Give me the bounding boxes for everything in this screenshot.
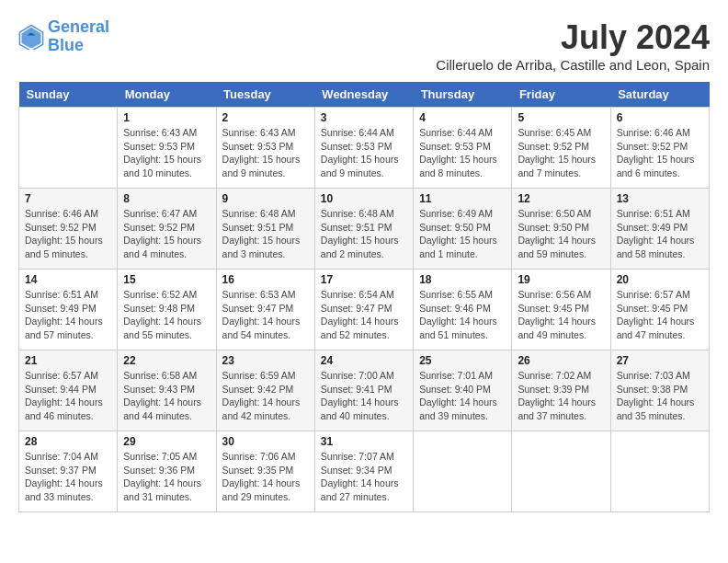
day-info: Sunrise: 7:03 AM Sunset: 9:38 PM Dayligh… [617,369,703,423]
day-info: Sunrise: 6:44 AM Sunset: 9:53 PM Dayligh… [419,126,506,180]
calendar-cell: 13Sunrise: 6:51 AM Sunset: 9:49 PM Dayli… [610,189,709,270]
logo-text: General Blue [48,18,109,55]
day-number: 11 [419,192,506,205]
calendar-cell: 24Sunrise: 7:00 AM Sunset: 9:41 PM Dayli… [314,350,413,431]
day-info: Sunrise: 6:50 AM Sunset: 9:50 PM Dayligh… [518,207,604,261]
day-number: 3 [321,111,407,124]
day-number: 29 [123,435,210,448]
weekday-header-thursday: Thursday [414,82,512,108]
weekday-header-row: SundayMondayTuesdayWednesdayThursdayFrid… [19,82,710,108]
logo: General Blue [18,18,109,55]
day-number: 17 [321,273,407,286]
calendar-cell: 1Sunrise: 6:43 AM Sunset: 9:53 PM Daylig… [118,108,216,189]
weekday-header-tuesday: Tuesday [216,82,314,108]
calendar-cell: 31Sunrise: 7:07 AM Sunset: 9:34 PM Dayli… [314,431,413,512]
day-info: Sunrise: 6:52 AM Sunset: 9:48 PM Dayligh… [123,288,210,342]
day-number: 31 [321,435,407,448]
svg-marker-0 [22,27,41,48]
day-info: Sunrise: 6:43 AM Sunset: 9:53 PM Dayligh… [222,126,309,180]
day-info: Sunrise: 6:49 AM Sunset: 9:50 PM Dayligh… [419,207,506,261]
calendar-week-2: 7Sunrise: 6:46 AM Sunset: 9:52 PM Daylig… [19,189,710,270]
day-number: 20 [617,273,703,286]
weekday-header-sunday: Sunday [19,82,118,108]
day-info: Sunrise: 6:48 AM Sunset: 9:51 PM Dayligh… [222,207,309,261]
day-number: 10 [321,192,407,205]
calendar-cell: 27Sunrise: 7:03 AM Sunset: 9:38 PM Dayli… [610,350,709,431]
day-number: 23 [222,354,309,367]
day-number: 30 [222,435,309,448]
day-info: Sunrise: 6:43 AM Sunset: 9:53 PM Dayligh… [123,126,210,180]
calendar-cell: 22Sunrise: 6:58 AM Sunset: 9:43 PM Dayli… [118,350,216,431]
day-number: 24 [321,354,407,367]
day-info: Sunrise: 6:53 AM Sunset: 9:47 PM Dayligh… [222,288,309,342]
day-info: Sunrise: 6:47 AM Sunset: 9:52 PM Dayligh… [123,207,210,261]
day-number: 8 [123,192,210,205]
day-info: Sunrise: 7:07 AM Sunset: 9:34 PM Dayligh… [321,450,407,504]
day-number: 18 [419,273,506,286]
day-number: 19 [518,273,604,286]
day-number: 15 [123,273,210,286]
calendar-cell: 4Sunrise: 6:44 AM Sunset: 9:53 PM Daylig… [414,108,512,189]
day-number: 9 [222,192,309,205]
day-info: Sunrise: 6:46 AM Sunset: 9:52 PM Dayligh… [25,207,111,261]
calendar-cell: 2Sunrise: 6:43 AM Sunset: 9:53 PM Daylig… [216,108,314,189]
day-number: 12 [518,192,604,205]
day-number: 27 [617,354,703,367]
calendar-cell: 8Sunrise: 6:47 AM Sunset: 9:52 PM Daylig… [118,189,216,270]
day-info: Sunrise: 6:59 AM Sunset: 9:42 PM Dayligh… [222,369,309,423]
weekday-header-monday: Monday [118,82,216,108]
day-info: Sunrise: 6:45 AM Sunset: 9:52 PM Dayligh… [518,126,604,180]
day-number: 6 [617,111,703,124]
calendar-cell: 10Sunrise: 6:48 AM Sunset: 9:51 PM Dayli… [314,189,413,270]
weekday-header-wednesday: Wednesday [314,82,413,108]
calendar-cell: 21Sunrise: 6:57 AM Sunset: 9:44 PM Dayli… [19,350,118,431]
day-number: 2 [222,111,309,124]
calendar-cell: 30Sunrise: 7:06 AM Sunset: 9:35 PM Dayli… [216,431,314,512]
calendar-cell: 12Sunrise: 6:50 AM Sunset: 9:50 PM Dayli… [512,189,610,270]
calendar-cell: 28Sunrise: 7:04 AM Sunset: 9:37 PM Dayli… [19,431,118,512]
day-info: Sunrise: 7:02 AM Sunset: 9:39 PM Dayligh… [518,369,604,423]
calendar-cell: 11Sunrise: 6:49 AM Sunset: 9:50 PM Dayli… [414,189,512,270]
calendar-cell [19,108,118,189]
calendar-cell: 23Sunrise: 6:59 AM Sunset: 9:42 PM Dayli… [216,350,314,431]
day-info: Sunrise: 6:46 AM Sunset: 9:52 PM Dayligh… [617,126,703,180]
calendar-table: SundayMondayTuesdayWednesdayThursdayFrid… [18,82,710,512]
calendar-cell: 29Sunrise: 7:05 AM Sunset: 9:36 PM Dayli… [118,431,216,512]
logo-icon [18,24,44,50]
day-number: 28 [25,435,111,448]
calendar-cell [610,431,709,512]
day-info: Sunrise: 6:48 AM Sunset: 9:51 PM Dayligh… [321,207,407,261]
calendar-cell: 15Sunrise: 6:52 AM Sunset: 9:48 PM Dayli… [118,270,216,350]
day-info: Sunrise: 7:00 AM Sunset: 9:41 PM Dayligh… [321,369,407,423]
calendar-week-5: 28Sunrise: 7:04 AM Sunset: 9:37 PM Dayli… [19,431,710,512]
day-number: 14 [25,273,111,286]
calendar-cell [512,431,610,512]
day-number: 25 [419,354,506,367]
day-number: 13 [617,192,703,205]
day-info: Sunrise: 6:56 AM Sunset: 9:45 PM Dayligh… [518,288,604,342]
day-number: 16 [222,273,309,286]
day-info: Sunrise: 6:55 AM Sunset: 9:46 PM Dayligh… [419,288,506,342]
day-info: Sunrise: 7:01 AM Sunset: 9:40 PM Dayligh… [419,369,506,423]
day-info: Sunrise: 6:54 AM Sunset: 9:47 PM Dayligh… [321,288,407,342]
weekday-header-saturday: Saturday [610,82,709,108]
day-number: 5 [518,111,604,124]
day-number: 7 [25,192,111,205]
calendar-week-1: 1Sunrise: 6:43 AM Sunset: 9:53 PM Daylig… [19,108,710,189]
location-title: Cilleruelo de Arriba, Castille and Leon,… [436,57,710,73]
day-info: Sunrise: 7:04 AM Sunset: 9:37 PM Dayligh… [25,450,111,504]
month-title: July 2024 [436,18,710,57]
day-info: Sunrise: 6:51 AM Sunset: 9:49 PM Dayligh… [25,288,111,342]
calendar-cell: 14Sunrise: 6:51 AM Sunset: 9:49 PM Dayli… [19,270,118,350]
day-info: Sunrise: 6:57 AM Sunset: 9:44 PM Dayligh… [25,369,111,423]
page-header: General Blue July 2024 Cilleruelo de Arr… [18,18,710,73]
day-number: 26 [518,354,604,367]
calendar-cell: 26Sunrise: 7:02 AM Sunset: 9:39 PM Dayli… [512,350,610,431]
calendar-cell: 25Sunrise: 7:01 AM Sunset: 9:40 PM Dayli… [414,350,512,431]
calendar-cell: 20Sunrise: 6:57 AM Sunset: 9:45 PM Dayli… [610,270,709,350]
day-number: 22 [123,354,210,367]
day-number: 1 [123,111,210,124]
day-info: Sunrise: 7:05 AM Sunset: 9:36 PM Dayligh… [123,450,210,504]
day-number: 4 [419,111,506,124]
calendar-week-3: 14Sunrise: 6:51 AM Sunset: 9:49 PM Dayli… [19,270,710,350]
